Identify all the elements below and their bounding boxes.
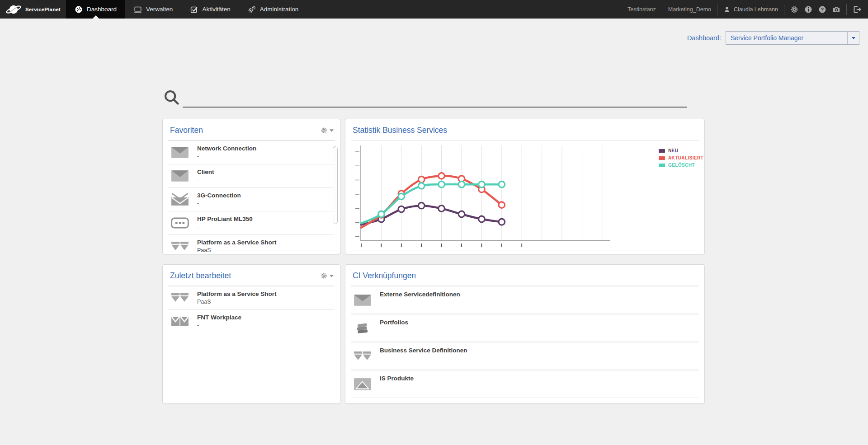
legend-item-gel-scht[interactable]: GELÖSCHT [659,163,703,168]
item-name: Externe Servicedefinitionen [380,290,460,298]
panel-settings-button[interactable] [321,272,334,279]
envelope-icon [170,169,189,183]
divider [784,4,784,15]
logout-icon[interactable] [853,5,862,14]
item-name: Platform as a Service Short [197,239,277,246]
tab-label: Administration [260,6,299,13]
envelope-grid-icon [170,291,189,304]
item-subtitle: - [197,153,256,160]
ci-verknuepfungen-list: Externe Servicedefinitionen Portfolios B… [345,286,704,398]
envelope-grid-icon [353,350,372,363]
item-name: HP ProLiant ML350 [197,215,253,223]
search-icon[interactable] [163,89,180,106]
list-item-is-produkte[interactable]: IS Produkte [345,370,704,398]
panel-settings-button[interactable] [321,127,334,134]
top-navbar: ServicePlanet Dashboard Verwalten Aktivi… [0,0,868,19]
item-subtitle: - [197,200,241,207]
tab-label: Dashboard [87,6,117,13]
business-services-chart [345,142,704,254]
list-item-portfolios[interactable]: Portfolios [345,314,704,342]
navbar-action-icons: ? [790,5,840,14]
divider [846,4,847,15]
tab-label: Verwalten [146,6,173,13]
user-menu[interactable]: Claudia Lehmann [723,6,778,13]
item-name: Platform as a Service Short [197,290,277,298]
navbar-right: Testinstanz Marketing_Demo Claudia Lehma… [627,0,868,19]
list-item-3g-connection[interactable]: 3G-Connection - [163,187,340,211]
dashboard-select-value: Service Portfolio Manager [726,34,803,42]
checkbox-icon [190,5,198,14]
list-item-platform-as-a-service-short[interactable]: Platform as a Service Short PaaS [163,286,340,309]
list-item-client[interactable]: Client - [163,164,340,187]
caret-down-icon [330,129,334,132]
dashboard-select-label: Dashboard: [687,34,721,42]
tab-administration[interactable]: Administration [239,0,307,19]
envelope-open-icon [170,193,189,206]
list-item-network-connection[interactable]: Network Connection - [163,141,340,164]
item-name: IS Produkte [380,375,414,382]
app-name: ServicePlanet [25,7,61,12]
list-item-hp-proliant-ml350[interactable]: HP ProLiant ML350 - [163,211,340,234]
item-name: FNT Workplace [197,314,241,321]
search-input[interactable] [183,90,687,108]
envelope-double-icon [170,315,189,328]
item-name: 3G-Connection [197,192,241,199]
tab-verwalten[interactable]: Verwalten [125,0,181,19]
dashboard-select[interactable]: Service Portfolio Manager [726,31,859,45]
legend-swatch [659,164,665,167]
app-logo: ServicePlanet [0,0,66,19]
panel-statistik-business-services: Statistik Business Services NEUAKTUALISI… [345,119,705,254]
legend-item-aktualisiert[interactable]: AKTUALISIERT [659,155,703,160]
list-item-business-service-definitionen[interactable]: Business Service Definitionen [345,342,704,370]
screenshot-icon[interactable] [832,5,840,14]
planet-logo-icon [5,2,23,17]
line-chart [345,142,705,254]
tab-dashboard[interactable]: Dashboard [66,0,125,19]
chart-legend: NEUAKTUALISIERTGELÖSCHT [659,148,703,168]
info-icon[interactable] [804,5,812,14]
gears-icon [248,5,256,14]
item-subtitle: - [197,223,253,230]
legend-swatch [659,149,665,153]
panel-title-ci-verknuepfungen: CI Verknüpfungen [353,271,416,281]
tab-aktivit-ten[interactable]: Aktivitäten [181,0,239,19]
divider [717,4,717,15]
scrollbar-thumb[interactable] [333,146,338,224]
item-name: Business Service Definitionen [380,347,467,354]
list-item-platform-as-a-service-short[interactable]: Platform as a Service Short PaaS [163,234,340,254]
panel-title-zuletzt-bearbeitet: Zuletzt bearbeitet [170,271,231,281]
main-nav-tabs: Dashboard Verwalten Aktivitäten Administ… [66,0,307,19]
caret-down-icon [330,275,334,277]
instance-label: Testinstanz [627,6,656,13]
monitor-icon [134,5,142,14]
tab-label: Aktivitäten [202,6,230,13]
list-item-externe-servicedefinitionen[interactable]: Externe Servicedefinitionen [345,286,704,314]
person-icon [723,6,731,13]
list-item-fnt-workplace[interactable]: FNT Workplace - [163,309,340,333]
envelope-icon [353,294,372,307]
books-icon [353,322,372,335]
gear-icon [321,127,327,134]
chevron-down-icon [852,37,855,39]
item-name: Client [197,168,214,176]
zuletzt-bearbeitet-list: Platform as a Service Short PaaS FNT Wor… [163,286,340,333]
gear-icon [321,272,327,279]
divider [351,140,699,141]
help-icon[interactable]: ? [818,5,826,14]
item-name: Portfolios [380,319,408,326]
item-subtitle: PaaS [197,298,277,305]
user-name: Claudia Lehmann [734,6,778,13]
panel-title-statistik: Statistik Business Services [353,126,447,135]
legend-label: NEU [668,148,678,153]
dashboard-widgets-grid: Favoriten Network Connection - [162,119,705,404]
item-name: Network Connection [197,145,256,152]
legend-label: GELÖSCHT [668,163,695,168]
legend-item-neu[interactable]: NEU [659,148,703,153]
envelope-icon [170,146,189,159]
client-label[interactable]: Marketing_Demo [668,6,711,13]
server-icon [170,216,189,230]
settings-icon[interactable] [790,5,798,14]
gauge-icon [75,5,83,14]
panel-zuletzt-bearbeitet: Zuletzt bearbeitet Platform as a Service… [162,264,340,404]
dashboard-select-caret-button[interactable] [847,32,859,44]
